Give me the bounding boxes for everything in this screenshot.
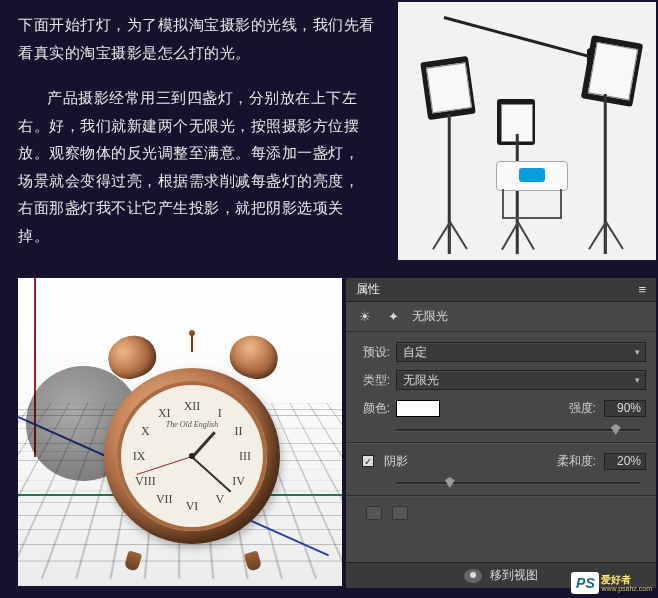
light-type-title: 无限光 (412, 308, 448, 325)
clock-3d-render-image: The Old English XII I II III IV V VI VII… (18, 278, 342, 586)
intensity-label: 强度: (569, 400, 596, 417)
intensity-slider[interactable] (396, 422, 640, 438)
paragraph-2: 产品摄影经常用三到四盏灯，分别放在上下左右。好，我们就新建两个无限光，按照摄影方… (18, 85, 360, 250)
paragraph-1: 下面开始打灯，为了模拟淘宝摄影的光线，我们先看看真实的淘宝摄影是怎么打的光。 (18, 12, 378, 67)
preset-value: 自定 (403, 344, 427, 361)
preset-dropdown[interactable]: 自定 ▾ (396, 342, 646, 362)
watermark-url: www.psahz.com (601, 585, 652, 592)
preset-label: 预设: (356, 344, 390, 361)
globe-icon[interactable] (366, 506, 382, 520)
softness-value-input[interactable]: 20% (604, 453, 646, 470)
sun-icon[interactable]: ☀ (356, 308, 374, 326)
chevron-down-icon: ▾ (635, 347, 640, 357)
swap-icon[interactable] (392, 506, 408, 520)
panel-menu-icon[interactable]: ≡ (638, 282, 646, 297)
type-dropdown[interactable]: 无限光 ▾ (396, 370, 646, 390)
eye-icon[interactable] (464, 569, 482, 583)
type-label: 类型: (356, 372, 390, 389)
softness-label: 柔和度: (557, 453, 596, 470)
tab-properties[interactable]: 属性 (356, 281, 380, 298)
color-swatch[interactable] (396, 400, 440, 417)
properties-panel: 属性 ≡ ☀ ✦ 无限光 预设: 自定 ▾ 类型: 无限光 ▾ 颜色: 强度: … (346, 278, 656, 588)
chevron-down-icon: ▾ (635, 375, 640, 385)
watermark-cn: 爱好者 (601, 575, 652, 585)
studio-lighting-image (398, 2, 656, 260)
shadow-label: 阴影 (384, 453, 408, 470)
softness-slider[interactable] (396, 475, 640, 491)
color-label: 颜色: (356, 400, 390, 417)
watermark-logo: PS (571, 572, 599, 594)
intensity-value-input[interactable]: 90% (604, 400, 646, 417)
watermark: PS 爱好者 www.psahz.com (571, 572, 652, 594)
move-to-view-button[interactable]: 移到视图 (490, 567, 538, 584)
type-value: 无限光 (403, 372, 439, 389)
shadow-checkbox[interactable]: ✓ (362, 455, 374, 467)
lightbulb-icon[interactable]: ✦ (384, 308, 402, 326)
